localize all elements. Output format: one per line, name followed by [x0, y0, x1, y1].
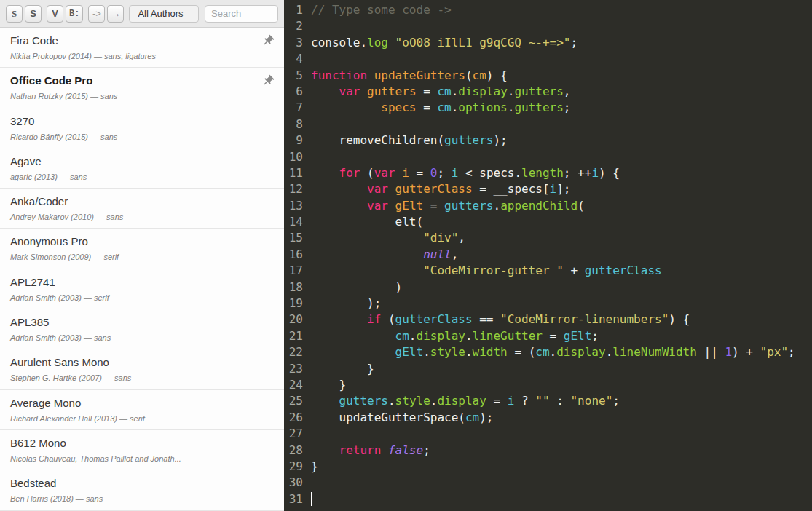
code-token: ; — [591, 329, 599, 343]
code-line[interactable]: 5function updateGutters(cm) { — [284, 68, 812, 84]
code-token: = — [486, 394, 508, 408]
code-token: == — [473, 312, 501, 326]
code-line[interactable]: 22 gElt.style.width = (cm.display.lineNu… — [284, 344, 812, 360]
code-line[interactable]: 17 "CodeMirror-gutter " + gutterClass — [284, 263, 812, 279]
code-token: ; ++ — [564, 166, 592, 180]
code-editor[interactable]: 1// Type some code ->23console.log "oO08… — [284, 0, 812, 511]
font-list-item[interactable]: APL385Adrian Smith (2003) — sans — [0, 309, 284, 349]
line-number: 18 — [284, 280, 303, 296]
code-line[interactable]: 20 if (gutterClass == "CodeMirror-linenu… — [284, 312, 812, 328]
code-token: ? — [514, 394, 535, 408]
code-token: ) — [311, 280, 402, 294]
font-list-item[interactable]: Office Code ProNathan Rutzky (2015) — sa… — [0, 68, 284, 108]
search-input[interactable] — [205, 5, 278, 23]
code-line[interactable]: 10 — [284, 149, 812, 165]
code-line[interactable]: 26 updateGutterSpace(cm); — [284, 410, 812, 426]
font-name: 3270 — [10, 115, 274, 128]
code-line[interactable]: 4 — [284, 51, 812, 67]
code-line[interactable]: 23 } — [284, 361, 812, 377]
code-line[interactable]: 8 — [284, 116, 812, 132]
font-list-item[interactable]: Agaveagaric (2013) — sans — [0, 148, 284, 189]
line-number: 12 — [284, 181, 303, 197]
filter-toolbar: S S V B: -> → All Authors — [0, 0, 284, 28]
code-token: ; — [570, 36, 578, 49]
code-line[interactable]: 25 gutters.style.display = i ? "" : "non… — [284, 393, 812, 409]
code-line[interactable]: 28 return false; — [284, 443, 812, 459]
code-line[interactable]: 19 ); — [284, 296, 812, 312]
code-token: = __specs[ — [473, 182, 550, 196]
line-number: 8 — [284, 116, 303, 132]
line-number: 24 — [284, 377, 303, 393]
font-list-item[interactable]: BedsteadBen Harris (2018) — sans — [0, 470, 284, 510]
code-token: gElt — [395, 345, 424, 359]
font-meta: Ben Harris (2018) — sans — [10, 494, 274, 503]
code-token: // Type some code -> — [311, 3, 452, 17]
code-token: ( — [381, 312, 395, 326]
code-line[interactable]: 14 elt( — [284, 214, 812, 230]
font-name: Anka/Coder — [10, 195, 274, 208]
code-token: gutterClass — [395, 182, 473, 196]
code-line[interactable]: 30 — [284, 475, 812, 491]
code-token: || — [697, 345, 725, 359]
code-line[interactable]: 31 — [284, 491, 812, 507]
font-name: Office Code Pro — [10, 74, 274, 87]
code-line[interactable]: 27 — [284, 426, 812, 442]
line-number: 28 — [284, 443, 303, 459]
code-line[interactable]: 18 ) — [284, 280, 812, 296]
code-line[interactable]: 2 — [284, 18, 812, 34]
code-line[interactable]: 24 } — [284, 377, 812, 393]
variable-filter-button[interactable]: V — [47, 5, 63, 23]
sans-filter-button[interactable]: S — [25, 5, 42, 23]
ligatures-on-button[interactable]: → — [107, 5, 124, 23]
code-token: var — [374, 166, 395, 180]
author-filter-select[interactable]: All Authors — [129, 5, 199, 23]
code-token: i — [508, 394, 515, 408]
code-text: var gutterClass = __specs[i]; — [311, 181, 570, 197]
code-token — [388, 36, 395, 49]
font-list-item[interactable]: Anonymous ProMark Simonson (2009) — seri… — [0, 229, 284, 269]
code-line[interactable]: 9 removeChildren(gutters); — [284, 132, 812, 148]
code-token: . — [452, 100, 459, 114]
font-name: Bedstead — [10, 477, 274, 490]
code-line[interactable]: 21 cm.display.lineGutter = gElt; — [284, 328, 812, 344]
font-browser-panel: S S V B: -> → All Authors Fira CodeNikit… — [0, 0, 284, 511]
code-line[interactable]: 16 null, — [284, 247, 812, 263]
code-line[interactable]: 6 var gutters = cm.display.gutters, — [284, 84, 812, 100]
code-token: appendChild — [500, 199, 578, 213]
code-text: return false; — [311, 443, 430, 459]
code-token — [311, 182, 367, 196]
code-token: gutters — [514, 84, 563, 98]
font-name: Average Mono — [10, 397, 274, 410]
code-token: ; — [612, 394, 620, 408]
code-line[interactable]: 3console.log "oO08 iIlL1 g9qCGQ ~-+=>"; — [284, 35, 812, 51]
font-list-item[interactable]: Average MonoRichard Alexander Hall (2013… — [0, 390, 284, 430]
code-line[interactable]: 29} — [284, 459, 812, 475]
font-list-item[interactable]: B612 MonoNicolas Chauveau, Thomas Paillo… — [0, 430, 284, 470]
code-text: for (var i = 0; i < specs.length; ++i) { — [311, 165, 620, 181]
code-line[interactable]: 11 for (var i = 0; i < specs.length; ++i… — [284, 165, 812, 181]
code-token: display — [556, 345, 605, 359]
line-number: 20 — [284, 312, 303, 328]
font-list: Fira CodeNikita Prokopov (2014) — sans, … — [0, 28, 284, 511]
code-line[interactable]: 1// Type some code -> — [284, 2, 812, 18]
font-list-item[interactable]: Aurulent Sans MonoStephen G. Hartke (200… — [0, 349, 284, 389]
code-line[interactable]: 15 "div", — [284, 230, 812, 246]
code-token: } — [311, 378, 346, 392]
code-token: style — [395, 394, 430, 408]
code-token — [381, 443, 388, 457]
code-line[interactable]: 13 var gElt = gutters.appendChild( — [284, 198, 812, 214]
font-list-item[interactable]: 3270Ricardo Bánffy (2015) — sans — [0, 108, 284, 148]
code-line[interactable]: 12 var gutterClass = __specs[i]; — [284, 181, 812, 197]
font-meta: Mark Simonson (2009) — serif — [10, 253, 274, 261]
font-list-item[interactable]: APL2741Adrian Smith (2003) — serif — [0, 269, 284, 309]
serif-filter-button[interactable]: S — [6, 5, 23, 23]
line-number: 4 — [284, 51, 303, 67]
font-list-item[interactable]: Fira CodeNikita Prokopov (2014) — sans, … — [0, 28, 284, 68]
code-line[interactable]: 7 __specs = cm.options.gutters; — [284, 100, 812, 116]
code-token — [388, 199, 395, 213]
bitmap-filter-button[interactable]: B: — [66, 5, 83, 23]
font-meta: Nikita Prokopov (2014) — sans, ligatures — [10, 52, 274, 60]
code-token — [360, 84, 367, 98]
font-list-item[interactable]: Anka/CoderAndrey Makarov (2010) — sans — [0, 189, 284, 229]
ligatures-off-button[interactable]: -> — [88, 5, 105, 23]
